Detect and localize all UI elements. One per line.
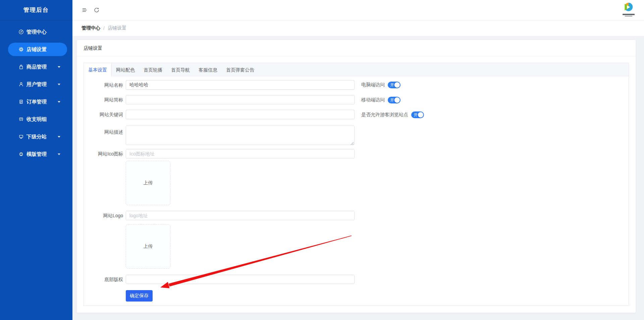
ledger-icon (18, 117, 24, 122)
toggle-row: 移动端访问 开 (361, 95, 424, 105)
sidebar-item-order-management[interactable]: 订单管理 (8, 95, 67, 108)
toggle-knob (418, 112, 423, 118)
monitor-icon (18, 134, 24, 139)
sidebar-item-label: 商品管理 (26, 64, 47, 70)
topbar (72, 0, 644, 20)
sidebar-item-template-management[interactable]: 模版管理 (8, 147, 67, 161)
site-description-textarea[interactable] (126, 126, 355, 145)
chevron-down-icon (58, 66, 60, 69)
tab-home-carousel[interactable]: 首页轮播 (139, 63, 167, 77)
toggle-knob (394, 82, 400, 88)
form-row: 上传 (84, 161, 629, 205)
tab-panel-basic-settings: 网站名称 网站简称 网站关键词 网站描述 (84, 77, 629, 306)
refresh-icon[interactable] (94, 7, 100, 13)
ico-upload-box[interactable]: 上传 (126, 161, 170, 205)
toggle-knob (394, 97, 400, 103)
dashboard-icon (18, 29, 24, 35)
tab-basic-settings[interactable]: 基本设置 (84, 63, 112, 77)
settings-card: 店铺设置 基本设置 网站配色 首页轮播 首页导航 客服信息 首页弹窗公告 网站名… (76, 40, 636, 313)
upload-label: 上传 (144, 180, 153, 186)
field-label: 网站简称 (84, 95, 126, 104)
toggle-label: 移动端访问 (361, 97, 385, 103)
admin-page: 管理后台 管理中心 店铺设置 (0, 0, 644, 320)
field-label: 网站关键词 (84, 110, 126, 119)
sidebar-menu: 管理中心 店铺设置 (0, 20, 72, 161)
order-icon (18, 99, 24, 104)
toggle-label: 电脑端访问 (361, 82, 385, 88)
tabs-header: 基本设置 网站配色 首页轮播 首页导航 客服信息 首页弹窗公告 (84, 63, 629, 77)
form-row: 底部版权 (84, 275, 629, 284)
app-title: 管理后台 (0, 0, 72, 20)
field-label: 网站描述 (84, 126, 126, 134)
chevron-down-icon (58, 101, 60, 104)
form-row: 网站Logo (84, 211, 629, 220)
form-row: 网站名称 (84, 80, 629, 90)
form-row: 上传 (84, 224, 629, 269)
form-row: 网站关键词 (84, 110, 629, 119)
toggle-state-text: 开 (414, 111, 418, 118)
tab-home-popup-notice[interactable]: 首页弹窗公告 (222, 63, 259, 77)
field-label: 网站Ico图标 (84, 149, 126, 158)
breadcrumb-current: 店铺设置 (108, 25, 126, 31)
breadcrumb: 管理中心 / 店铺设置 (72, 20, 644, 36)
site-keywords-input[interactable] (126, 110, 355, 119)
logo-upload-box[interactable]: 上传 (126, 224, 170, 269)
form-row: 网站Ico图标 (84, 149, 629, 158)
sidebar-item-user-management[interactable]: 用户管理 (8, 78, 67, 91)
sidebar-item-label: 收支明细 (26, 116, 47, 123)
breadcrumb-separator: / (103, 26, 105, 31)
chevron-down-icon (58, 153, 60, 156)
site-name-input[interactable] (126, 80, 355, 90)
site-ico-url-input[interactable] (126, 149, 355, 158)
sidebar-item-shop-settings[interactable]: 店铺设置 (8, 43, 67, 56)
video-watermark-logo (621, 2, 636, 16)
user-icon (18, 82, 24, 87)
bag-icon (18, 64, 24, 70)
tab-service-info[interactable]: 客服信息 (194, 63, 222, 77)
card-title: 店铺设置 (77, 40, 636, 56)
tab-home-nav[interactable]: 首页导航 (167, 63, 194, 77)
footer-copyright-input[interactable] (126, 275, 355, 284)
mobile-access-toggle[interactable]: 开 (388, 97, 400, 103)
field-label: 底部版权 (84, 275, 126, 284)
breadcrumb-root[interactable]: 管理中心 (82, 25, 100, 31)
template-icon (18, 151, 24, 157)
sidebar-item-label: 模版管理 (26, 151, 47, 157)
site-logo-url-input[interactable] (126, 211, 355, 220)
watermark-text (623, 14, 635, 15)
sidebar-item-label: 管理中心 (26, 29, 47, 35)
toggle-state-text: 开 (390, 82, 394, 88)
sidebar: 管理后台 管理中心 店铺设置 (0, 0, 72, 320)
menu-fold-icon[interactable] (82, 7, 88, 13)
sidebar-item-label: 用户管理 (26, 81, 47, 88)
watermark-subtext (625, 16, 632, 16)
access-toggles-column: 电脑端访问 开 移动端访问 开 是否允许游客浏览站点 (361, 80, 424, 125)
chevron-down-icon (58, 84, 60, 87)
sidebar-item-substations[interactable]: 下级分站 (8, 130, 67, 143)
chevron-down-icon (58, 136, 60, 139)
gear-icon (18, 47, 24, 52)
form-row: 网站简称 (84, 95, 629, 104)
tabs-container: 基本设置 网站配色 首页轮播 首页导航 客服信息 首页弹窗公告 网站名称 网站简… (84, 63, 629, 306)
toggle-state-text: 开 (390, 97, 394, 103)
toggle-row: 是否允许游客浏览站点 开 (361, 110, 424, 120)
form-row: 网站描述 (84, 126, 629, 146)
sidebar-item-label: 订单管理 (26, 99, 47, 105)
sidebar-item-label: 店铺设置 (26, 46, 47, 53)
tab-site-colors[interactable]: 网站配色 (112, 63, 139, 77)
site-short-name-input[interactable] (126, 95, 355, 104)
toggle-label: 是否允许游客浏览站点 (361, 112, 408, 118)
pc-access-toggle[interactable]: 开 (388, 82, 400, 88)
sidebar-item-income-expense[interactable]: 收支明细 (8, 112, 67, 126)
sidebar-item-label: 下级分站 (26, 134, 47, 140)
sidebar-item-product-management[interactable]: 商品管理 (8, 60, 67, 74)
sidebar-item-management-center[interactable]: 管理中心 (8, 25, 67, 39)
save-button[interactable]: 确定保存 (126, 290, 153, 302)
field-label: 网站名称 (84, 80, 126, 90)
field-label: 网站Logo (84, 211, 126, 220)
upload-label: 上传 (144, 243, 153, 249)
toggle-row: 电脑端访问 开 (361, 80, 424, 90)
guest-browse-toggle[interactable]: 开 (411, 111, 424, 118)
